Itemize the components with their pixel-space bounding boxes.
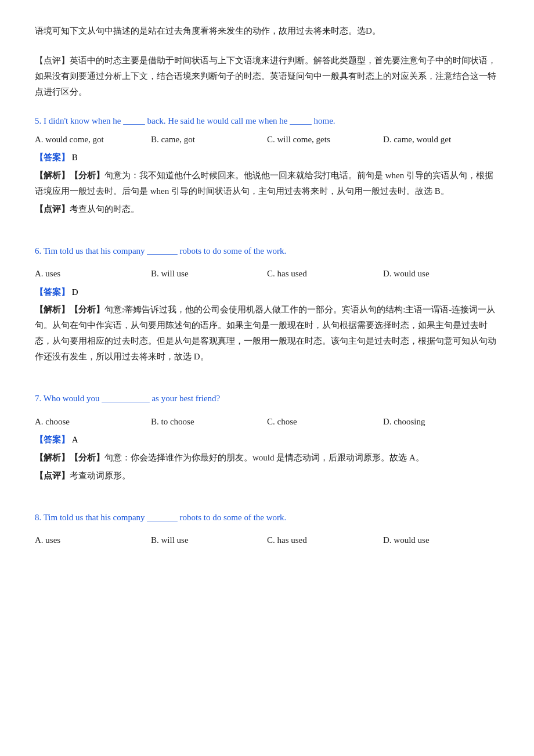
comment-label: 【点评】 <box>35 204 70 214</box>
option-q6b[interactable]: B. will use <box>151 267 267 282</box>
question-7-title: 7. Who would you ___________ as your bes… <box>35 391 499 406</box>
answer-label: 【答案】 <box>35 435 70 444</box>
answer-value: D <box>70 287 78 297</box>
answer-value: B <box>70 153 78 162</box>
analysis-prefix: 【分析】 <box>70 453 104 462</box>
questions-container: 5. I didn't know when he _____ back. He … <box>35 114 499 575</box>
question-number: 8. <box>35 513 41 522</box>
question-number: 6. <box>35 246 41 255</box>
intro-section: 语境可知下文从句中描述的是站在过去角度看将来发生的动作，故用过去将来时态。选D。… <box>35 23 499 100</box>
question-5-answer: 【答案】 B <box>35 150 499 165</box>
question-6-options: A. usesB. will useC. has usedD. would us… <box>35 267 499 282</box>
option-q6a[interactable]: A. uses <box>35 267 151 282</box>
question-5-title: 5. I didn't know when he _____ back. He … <box>35 114 499 129</box>
option-q7a[interactable]: A. choose <box>35 415 151 430</box>
option-q8c[interactable]: C. has used <box>267 533 383 548</box>
question-7-comment: 【点评】考查动词原形。 <box>35 468 499 484</box>
option-q5b[interactable]: B. came, got <box>151 132 267 147</box>
option-q5d[interactable]: D. came, would get <box>383 132 499 147</box>
intro-paragraph2: 【点评】英语中的时态主要是借助于时间状语与上下文语境来进行判断。解答此类题型，首… <box>35 53 499 100</box>
question-7: 7. Who would you ___________ as your bes… <box>35 391 499 484</box>
intro-paragraph1: 语境可知下文从句中描述的是站在过去角度看将来发生的动作，故用过去将来时态。选D。 <box>35 23 499 39</box>
analysis-prefix: 【分析】 <box>70 305 104 314</box>
question-8: 8. Tim told us that his company _______ … <box>35 510 499 548</box>
option-q7d[interactable]: D. choosing <box>383 415 499 430</box>
question-5: 5. I didn't know when he _____ back. He … <box>35 114 499 217</box>
question-5-comment: 【点评】考查从句的时态。 <box>35 201 499 217</box>
question-number: 5. <box>35 116 41 125</box>
question-8-title: 8. Tim told us that his company _______ … <box>35 510 499 525</box>
answer-label: 【答案】 <box>35 153 70 162</box>
comment-text: 考查动词原形。 <box>70 471 131 480</box>
question-5-analysis: 【解析】【分析】句意为：我不知道他什么时候回来。他说他一回来就给我打电话。前句是… <box>35 168 499 199</box>
question-6: 6. Tim told us that his company _______ … <box>35 244 499 365</box>
question-7-answer: 【答案】 A <box>35 433 499 448</box>
analysis-label: 【解析】 <box>35 171 70 180</box>
question-number: 7. <box>35 394 41 403</box>
analysis-prefix: 【分析】 <box>70 171 104 180</box>
question-7-analysis: 【解析】【分析】句意：你会选择谁作为你最好的朋友。would 是情态动词，后跟动… <box>35 450 499 466</box>
question-sentence: Who would you ___________ as your best f… <box>44 394 221 403</box>
comment-label: 【点评】 <box>35 471 70 480</box>
analysis-text: 句意：你会选择谁作为你最好的朋友。would 是情态动词，后跟动词原形。故选 A… <box>104 453 424 462</box>
option-q7b[interactable]: B. to choose <box>151 415 267 430</box>
answer-value: A <box>70 435 78 444</box>
question-8-options: A. usesB. will useC. has usedD. would us… <box>35 533 499 548</box>
question-7-options: A. chooseB. to chooseC. choseD. choosing <box>35 415 499 430</box>
option-q6c[interactable]: C. has used <box>267 267 383 282</box>
analysis-text: 句意:蒂姆告诉过我，他的公司会使用机器人做工作的一部分。宾语从句的结构:主语一谓… <box>35 305 496 361</box>
option-q5c[interactable]: C. will come, gets <box>267 132 383 147</box>
question-sentence: Tim told us that his company _______ rob… <box>44 246 287 255</box>
question-sentence: Tim told us that his company _______ rob… <box>44 513 287 522</box>
question-5-options: A. would come, gotB. came, gotC. will co… <box>35 132 499 147</box>
option-q8d[interactable]: D. would use <box>383 533 499 548</box>
option-q6d[interactable]: D. would use <box>383 267 499 282</box>
question-sentence: I didn't know when he _____ back. He sai… <box>44 116 335 125</box>
comment-text: 考查从句的时态。 <box>70 204 139 214</box>
answer-label: 【答案】 <box>35 287 70 297</box>
analysis-label: 【解析】 <box>35 305 70 314</box>
option-q8b[interactable]: B. will use <box>151 533 267 548</box>
question-6-title: 6. Tim told us that his company _______ … <box>35 244 499 259</box>
analysis-label: 【解析】 <box>35 453 70 462</box>
option-q8a[interactable]: A. uses <box>35 533 151 548</box>
question-6-answer: 【答案】 D <box>35 285 499 300</box>
question-6-analysis: 【解析】【分析】句意:蒂姆告诉过我，他的公司会使用机器人做工作的一部分。宾语从句… <box>35 302 499 365</box>
option-q7c[interactable]: C. chose <box>267 415 383 430</box>
option-q5a[interactable]: A. would come, got <box>35 132 151 147</box>
